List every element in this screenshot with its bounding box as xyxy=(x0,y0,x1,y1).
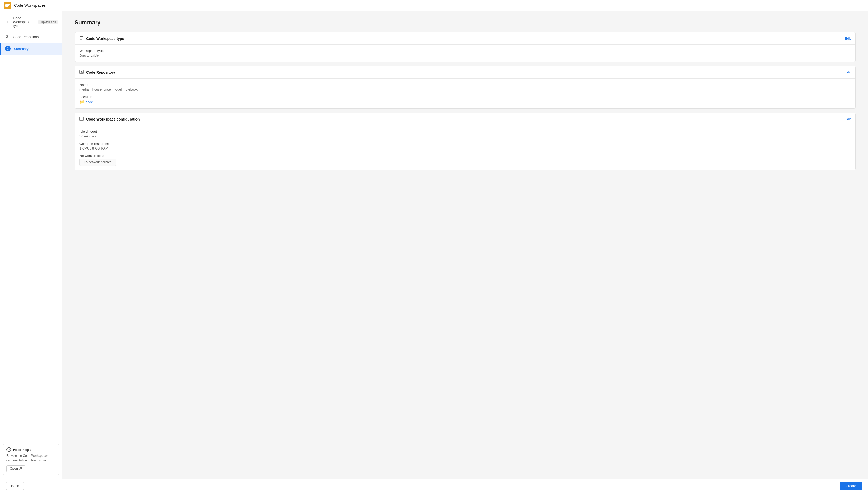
svg-rect-4 xyxy=(80,37,83,37)
code-repository-card-title: Code Repository xyxy=(86,70,115,74)
svg-rect-6 xyxy=(80,39,82,40)
app-title: Code Workspaces xyxy=(14,3,45,7)
workspace-config-card-title-area: Code Workspace configuration xyxy=(80,117,140,122)
step-1-num: 1 xyxy=(4,19,10,25)
external-link-icon xyxy=(19,467,22,470)
workspace-type-icon xyxy=(80,36,84,41)
repo-location-label: Location xyxy=(80,95,851,99)
code-repository-edit-button[interactable]: Edit xyxy=(845,70,851,74)
workspace-config-card-body: Idle timeout 30 minutes Compute resource… xyxy=(75,125,855,170)
code-repository-card: Code Repository Edit Name median_house_p… xyxy=(75,66,855,109)
step-1-badge: JupyterLab® xyxy=(38,20,58,24)
svg-rect-1 xyxy=(5,4,10,5)
code-repository-card-body: Name median_house_price_model_notebook L… xyxy=(75,79,855,108)
workspace-type-card-title-area: Code Workspace type xyxy=(80,36,124,41)
compute-resources-label: Compute resources xyxy=(80,142,851,146)
workspace-type-card-title: Code Workspace type xyxy=(86,37,124,41)
step-1-label: Code Workspace type xyxy=(13,16,34,28)
workspace-type-field-value: JupyterLab® xyxy=(80,53,851,58)
topbar: Code Workspaces xyxy=(0,0,868,11)
svg-rect-2 xyxy=(5,5,9,6)
network-policies-value: No network policies. xyxy=(80,158,851,166)
repo-name-label: Name xyxy=(80,83,851,87)
sidebar-step-1[interactable]: 1 Code Workspace type JupyterLab® xyxy=(0,13,62,31)
content-area: Summary Code Workspace type Edit xyxy=(62,11,868,478)
step-2-label: Code Repository xyxy=(13,35,39,39)
app-logo xyxy=(4,2,12,9)
svg-rect-8 xyxy=(81,71,82,72)
sidebar-step-2[interactable]: 2 Code Repository xyxy=(0,31,62,43)
repo-name-value: median_house_price_model_notebook xyxy=(80,87,851,91)
help-open-label: Open xyxy=(10,467,18,471)
idle-timeout-label: Idle timeout xyxy=(80,130,851,133)
help-icon: ? xyxy=(6,447,11,452)
step-3-label: Summary xyxy=(14,47,29,51)
idle-timeout-value: 30 minutes xyxy=(80,134,851,138)
help-description: Browse the Code Workspaces documentation… xyxy=(6,453,56,463)
workspace-config-icon xyxy=(80,117,84,122)
back-button[interactable]: Back xyxy=(6,482,24,490)
workspace-type-field-label: Workspace type xyxy=(80,49,851,53)
code-repository-card-header: Code Repository Edit xyxy=(75,66,855,79)
workspace-type-card-body: Workspace type JupyterLab® xyxy=(75,45,855,62)
workspace-type-card-header: Code Workspace type Edit xyxy=(75,32,855,45)
sidebar-steps: 1 Code Workspace type JupyterLab® 2 Code… xyxy=(0,11,62,57)
svg-rect-5 xyxy=(80,38,82,39)
workspace-config-edit-button[interactable]: Edit xyxy=(845,117,851,121)
folder-icon: 📁 xyxy=(80,100,84,104)
network-policies-label: Network policies xyxy=(80,154,851,158)
svg-rect-3 xyxy=(5,6,8,7)
step-3-num: 3 xyxy=(5,46,11,51)
workspace-type-card: Code Workspace type Edit Workspace type … xyxy=(75,32,855,62)
code-repository-icon xyxy=(80,70,84,75)
svg-rect-11 xyxy=(80,117,83,121)
sidebar: 1 Code Workspace type JupyterLab® 2 Code… xyxy=(0,11,62,478)
workspace-config-card: Code Workspace configuration Edit Idle t… xyxy=(75,113,855,170)
page-title: Summary xyxy=(75,19,855,26)
step-2-num: 2 xyxy=(4,34,10,40)
create-button[interactable]: Create xyxy=(840,482,862,490)
no-network-policies-badge: No network policies. xyxy=(80,158,116,166)
compute-resources-value: 1 CPU / 8 GB RAM xyxy=(80,146,851,150)
workspace-config-card-title: Code Workspace configuration xyxy=(86,117,140,121)
workspace-type-edit-button[interactable]: Edit xyxy=(845,37,851,40)
help-box-header: ? Need help? xyxy=(6,447,56,452)
help-title: Need help? xyxy=(13,448,31,452)
repo-location-value[interactable]: 📁 code xyxy=(80,100,851,104)
sidebar-step-3[interactable]: 3 Summary xyxy=(0,43,62,55)
help-box: ? Need help? Browse the Code Workspaces … xyxy=(3,444,59,475)
repo-location-link-text: code xyxy=(86,100,93,104)
workspace-config-card-header: Code Workspace configuration Edit xyxy=(75,113,855,125)
help-open-button[interactable]: Open xyxy=(6,465,25,472)
footer-bar: Back Create xyxy=(0,478,868,493)
code-repository-card-title-area: Code Repository xyxy=(80,70,115,75)
